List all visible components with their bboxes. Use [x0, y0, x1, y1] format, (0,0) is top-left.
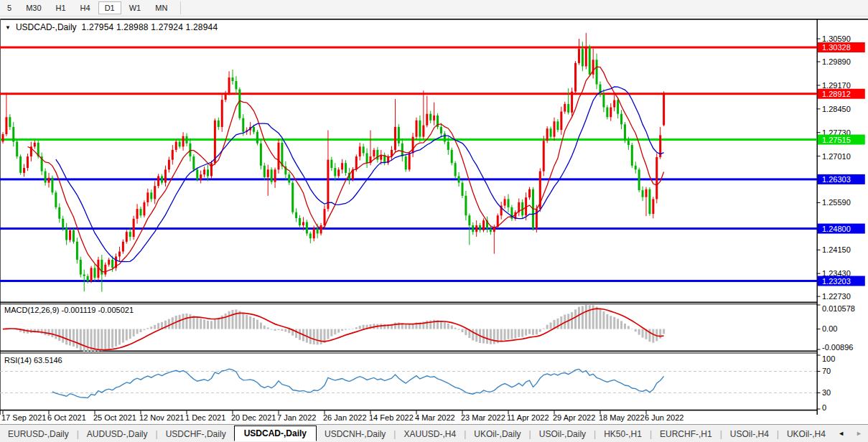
candle — [80, 260, 82, 275]
macd-histogram-bar — [599, 309, 602, 329]
candle — [627, 141, 630, 145]
candle — [9, 117, 11, 127]
macd-histogram-bar — [532, 329, 534, 335]
candle — [320, 225, 322, 233]
macd-histogram-bar — [582, 306, 584, 329]
chart-tab-ukoil-daily[interactable]: UKOil-,Daily — [466, 427, 528, 441]
time-axis[interactable]: 17 Sep 20216 Oct 202125 Oct 202112 Nov 2… — [1, 410, 683, 422]
candle — [157, 176, 159, 186]
macd-histogram-bar — [652, 329, 654, 343]
candle — [238, 89, 241, 118]
price-axis[interactable]: 1.305901.298901.291701.284501.277301.270… — [817, 34, 865, 301]
candle — [363, 146, 365, 153]
macd-histogram-bar — [111, 329, 113, 348]
macd-histogram-bar — [596, 306, 598, 329]
macd-histogram-bar — [189, 314, 191, 329]
candle — [313, 229, 315, 239]
level-line-1.24800[interactable] — [0, 227, 817, 230]
candle — [617, 100, 619, 113]
candle — [94, 268, 96, 278]
macd-histogram-bar — [200, 319, 202, 329]
macd-histogram-bar — [546, 325, 549, 329]
chart-tab-eurchf-h1[interactable]: EURCHF-,H1 — [652, 427, 720, 441]
tab-scroll-right-icon[interactable]: ► — [856, 429, 862, 438]
macd-histogram-bar — [76, 329, 78, 349]
macd-histogram-bar — [539, 329, 541, 332]
chart-tab-xauusd-h4[interactable]: XAUUSD-,H4 — [396, 427, 464, 441]
chart-tab-usoil-daily[interactable]: USOil-,Daily — [531, 427, 594, 441]
macd-histogram-bar — [355, 327, 358, 329]
candle — [260, 144, 262, 166]
candle — [444, 133, 446, 141]
macd-histogram-bar — [263, 326, 266, 329]
date-tick-label: 12 Nov 2021 — [139, 413, 184, 422]
chart-tab-usdcnh-daily[interactable]: USDCNH-,Daily — [317, 427, 393, 441]
candle — [543, 141, 545, 171]
candle — [140, 209, 142, 215]
tab-scroll-left-icon[interactable]: ◄ — [838, 429, 844, 438]
candle — [295, 212, 297, 218]
macd-histogram-bar — [602, 311, 605, 329]
candle — [281, 143, 283, 166]
chart-symbol-label: USDCAD-,Daily — [16, 22, 77, 32]
chart-tab-eurusd-daily[interactable]: EURUSD-,Daily — [0, 427, 77, 441]
macd-histogram-bar — [472, 329, 474, 341]
candle — [465, 196, 467, 215]
candle — [34, 143, 36, 146]
chart-canvas[interactable]: 1.305901.298901.291701.284501.277301.270… — [0, 0, 868, 442]
candle — [355, 156, 358, 169]
macd-histogram-bar — [108, 329, 110, 349]
macd-histogram-bar — [585, 304, 587, 329]
level-line-1.28912[interactable] — [0, 93, 817, 95]
macd-histogram-bar — [271, 329, 273, 330]
candle — [546, 128, 549, 141]
candle — [111, 260, 113, 268]
macd-histogram-bar — [620, 321, 622, 329]
level-line-1.30328[interactable] — [0, 47, 817, 49]
macd-histogram-bar — [65, 329, 67, 345]
price-tick-label: 1.28450 — [822, 105, 851, 113]
macd-histogram-bar — [482, 329, 485, 344]
candle — [394, 127, 396, 150]
candle — [172, 150, 174, 160]
candle — [218, 121, 220, 127]
date-tick-label: 25 Oct 2021 — [93, 413, 136, 422]
macd-histogram-bar — [228, 311, 230, 329]
macd-histogram-bar — [444, 322, 446, 329]
macd-histogram-bar — [207, 321, 209, 329]
chart-tab-audusd-daily[interactable]: AUDUSD-,Daily — [79, 427, 156, 441]
date-tick-label: 11 Apr 2022 — [507, 413, 549, 422]
candle — [242, 118, 244, 132]
candle — [635, 166, 637, 169]
chart-ohlc-values: 1.27954 1.28988 1.27924 1.28944 — [82, 22, 218, 32]
macd-histogram-bar — [249, 316, 251, 329]
macd-indicator-label: MACD(12,26,9) -0.001119 -0.005021 — [4, 306, 134, 314]
rsi-axis-label: 100 — [822, 354, 835, 363]
date-tick-label: 17 Sep 2021 — [1, 413, 46, 422]
candle — [578, 49, 580, 63]
macd-histogram-bar — [440, 321, 442, 329]
macd-histogram-bar — [196, 317, 198, 329]
candle — [146, 192, 149, 202]
candle — [642, 190, 644, 197]
macd-histogram-bar — [218, 318, 220, 329]
candle — [175, 142, 177, 150]
chart-tab-ukoil-h4[interactable]: UKOil-,H4 — [779, 427, 834, 441]
chart-tab-usoil-h4[interactable]: USOil-,H4 — [722, 427, 777, 441]
candle — [482, 220, 485, 230]
macd-histogram-bar — [642, 329, 644, 338]
level-line-1.26303[interactable] — [0, 178, 817, 180]
candle — [27, 156, 29, 168]
level-line-1.27515[interactable] — [0, 138, 817, 141]
level-line-1.23203[interactable] — [0, 280, 817, 282]
symbol-dropdown-icon[interactable]: ▼ — [5, 24, 11, 31]
chart-tab-hk50-h1[interactable]: HK50-,H1 — [596, 427, 650, 441]
candle — [613, 100, 615, 107]
macd-histogram-bar — [281, 329, 283, 331]
candle — [479, 225, 481, 230]
chart-tab-usdchf-daily[interactable]: USDCHF-,Daily — [158, 427, 234, 441]
macd-histogram-bar — [638, 329, 640, 335]
candle — [596, 60, 598, 84]
candle — [419, 121, 421, 137]
chart-tab-usdcad-daily[interactable]: USDCAD-,Daily — [234, 425, 317, 441]
